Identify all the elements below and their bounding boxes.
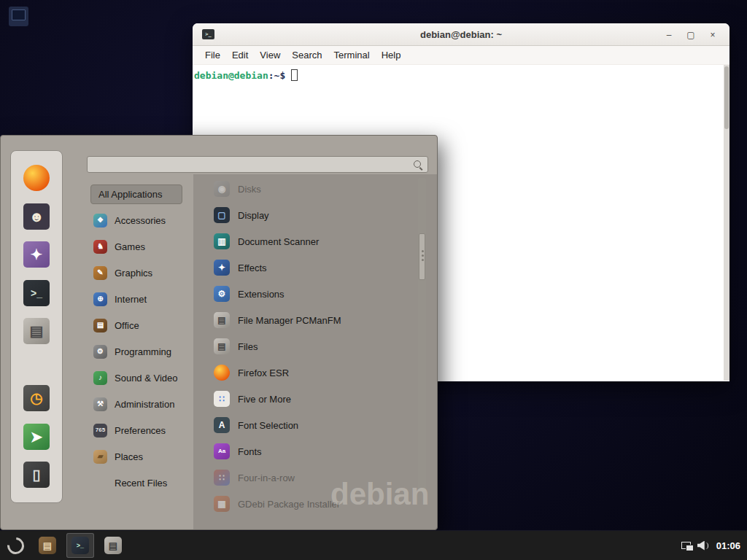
close-button[interactable]: × [702, 30, 724, 40]
category-label: Accessories [115, 215, 166, 226]
preferences-icon: 765 [93, 424, 107, 438]
category-label: Programming [115, 346, 171, 357]
app-firefox-esr[interactable]: Firefox ESR [206, 359, 417, 386]
volume-icon[interactable] [697, 541, 710, 551]
app-five-or-more[interactable]: ∷Five or More [206, 386, 417, 412]
taskbar-files-button[interactable]: ▤ [99, 533, 127, 558]
category-places[interactable]: ▰Places [85, 443, 204, 470]
favorite-terminal[interactable]: >_ [21, 278, 52, 308]
lock-screen-icon: ◷ [23, 385, 50, 411]
minimize-button[interactable]: – [658, 30, 680, 40]
applications-menu: ☻✦>_▤◷➤▯ All Applications❖Accessories♞Ga… [0, 135, 438, 530]
category-games[interactable]: ♞Games [85, 233, 204, 260]
app-disks[interactable]: ◉Disks [206, 176, 417, 202]
app-file-manager-pcmanfm[interactable]: ▤File Manager PCManFM [206, 307, 417, 333]
favorite-pidgin[interactable]: ✦ [21, 239, 52, 270]
favorites-strip: ☻✦>_▤◷➤▯ [10, 150, 63, 503]
terminal-scrollbar-thumb[interactable] [724, 66, 729, 129]
document-scanner-icon: ▥ [214, 233, 230, 249]
category-label: Graphics [115, 268, 152, 279]
favorite-file-manager[interactable]: ▤ [21, 316, 52, 346]
category-label: Preferences [115, 425, 166, 436]
office-icon: ▤ [93, 319, 107, 332]
app-label: File Manager PCManFM [238, 315, 341, 326]
category-label: Places [115, 451, 143, 462]
terminal-titlebar[interactable]: >_ debian@debian: ~ –▢× [193, 23, 729, 46]
search-icon [413, 160, 423, 170]
five-or-more-icon: ∷ [214, 391, 230, 407]
category-programming[interactable]: ⚙Programming [85, 338, 204, 365]
terminal-scrollbar[interactable] [724, 65, 729, 381]
app-label: Document Scanner [238, 236, 319, 247]
category-recent-files[interactable]: Recent Files [85, 470, 204, 496]
taskbar-file-manager-button[interactable]: ▤ [34, 533, 61, 558]
volume-wave-shape [705, 542, 708, 549]
app-fonts[interactable]: AaFonts [206, 438, 417, 464]
maximize-button[interactable]: ▢ [680, 30, 702, 40]
terminal-menu-search[interactable]: Search [286, 47, 328, 63]
file-manager-icon: ▤ [39, 537, 56, 554]
app-document-scanner[interactable]: ▥Document Scanner [206, 228, 417, 254]
category-label: Administration [115, 399, 174, 410]
clock[interactable]: 01:06 [716, 540, 740, 551]
category-graphics[interactable]: ✎Graphics [85, 260, 204, 286]
terminal-menu-terminal[interactable]: Terminal [328, 47, 376, 63]
log-out-icon: ➤ [23, 424, 50, 450]
favorite-users[interactable]: ☻ [21, 201, 52, 232]
favorite-quit[interactable]: ▯ [21, 459, 52, 490]
menu-scrollbar[interactable] [418, 178, 426, 491]
menu-search-box[interactable] [87, 156, 428, 173]
terminal-menu-file[interactable]: File [199, 47, 226, 63]
internet-icon: ⊕ [93, 292, 107, 306]
taskbar-terminal-button[interactable]: >_ [66, 533, 94, 558]
accessories-icon: ❖ [93, 214, 107, 228]
file-manager-pcmanfm-icon: ▤ [214, 312, 230, 328]
app-display[interactable]: ▢Display [206, 202, 417, 228]
menu-button[interactable] [2, 532, 28, 559]
category-accessories[interactable]: ❖Accessories [85, 207, 204, 233]
favorite-firefox[interactable] [21, 163, 52, 193]
terminal-menu-edit[interactable]: Edit [226, 47, 254, 63]
category-all-applications[interactable]: All Applications [90, 184, 182, 204]
terminal-menu-help[interactable]: Help [376, 47, 407, 63]
favorite-log-out[interactable]: ➤ [21, 421, 52, 452]
category-administration[interactable]: ⚒Administration [85, 391, 204, 417]
category-label: Office [115, 320, 139, 331]
users-icon: ☻ [23, 203, 50, 230]
category-preferences[interactable]: 765Preferences [85, 417, 204, 443]
firefox-esr-icon [214, 365, 230, 381]
app-font-selection[interactable]: AFont Selection [206, 412, 417, 438]
sound-video-icon: ♪ [93, 371, 107, 385]
category-internet[interactable]: ⊕Internet [85, 286, 204, 312]
network-icon[interactable] [681, 542, 691, 549]
files-icon: ▤ [214, 338, 230, 354]
prompt-user: debian@debian [194, 70, 268, 81]
four-in-a-row-icon: ∷ [214, 470, 230, 486]
desktop-shortcut-icon[interactable] [9, 7, 28, 26]
category-sound-video[interactable]: ♪Sound & Video [85, 365, 204, 391]
terminal-cursor [291, 69, 298, 81]
category-office[interactable]: ▤Office [85, 312, 204, 338]
effects-icon: ✦ [214, 260, 230, 276]
terminal-icon: >_ [23, 280, 50, 306]
app-label: Font Selection [238, 420, 298, 431]
files-icon: ▤ [104, 537, 122, 554]
window-controls: –▢× [658, 23, 724, 46]
system-tray: 01:06 [681, 540, 747, 551]
taskbar: ▤>_▤ 01:06 [0, 531, 747, 560]
app-files[interactable]: ▤Files [206, 333, 417, 359]
app-label: Display [238, 210, 269, 221]
terminal-menu-view[interactable]: View [254, 47, 286, 63]
app-label: Firefox ESR [238, 368, 289, 378]
menu-scrollbar-thumb[interactable] [419, 233, 425, 280]
app-extensions[interactable]: ⚙Extensions [206, 281, 417, 307]
games-icon: ♞ [93, 240, 107, 254]
application-list: ◉Disks▢Display▥Document Scanner✦Effects⚙… [206, 176, 417, 517]
app-effects[interactable]: ✦Effects [206, 254, 417, 281]
extensions-icon: ⚙ [214, 286, 230, 302]
category-label: Games [115, 241, 145, 252]
menu-search-input[interactable] [88, 157, 413, 172]
favorite-lock-screen[interactable]: ◷ [21, 383, 52, 413]
desktop: >_ debian@debian: ~ –▢× FileEditViewSear… [0, 0, 747, 560]
app-label: Disks [238, 184, 261, 195]
